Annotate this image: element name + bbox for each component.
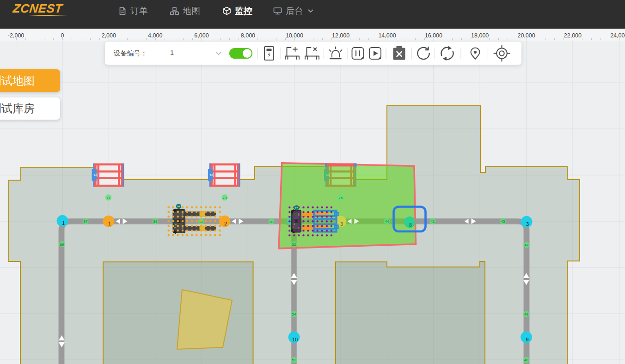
svg-text:47: 47 — [525, 243, 529, 247]
svg-text:2: 2 — [177, 205, 181, 207]
svg-text:75: 75 — [339, 196, 343, 200]
svg-text:38: 38 — [270, 220, 274, 224]
svg-text:10: 10 — [292, 337, 298, 342]
svg-text:44: 44 — [385, 219, 389, 224]
svg-text:51: 51 — [292, 358, 296, 362]
svg-text:48: 48 — [524, 358, 528, 362]
svg-text:73: 73 — [223, 196, 227, 200]
svg-text:52: 52 — [292, 243, 296, 247]
svg-text:41: 41 — [431, 219, 435, 224]
svg-text:49: 49 — [524, 312, 528, 316]
svg-text:1: 1 — [62, 220, 65, 226]
svg-text:43: 43 — [501, 219, 505, 224]
svg-text:1: 1 — [294, 207, 299, 209]
svg-text:8: 8 — [409, 222, 412, 228]
svg-text:3: 3 — [526, 221, 529, 227]
svg-text:3: 3 — [340, 221, 343, 227]
svg-text:2: 2 — [209, 174, 214, 176]
svg-text:1: 1 — [108, 221, 111, 226]
svg-text:39: 39 — [153, 219, 158, 224]
svg-text:9: 9 — [526, 337, 528, 342]
svg-text:54: 54 — [292, 312, 296, 316]
svg-text:1: 1 — [93, 174, 98, 176]
svg-text:2: 2 — [224, 221, 227, 226]
svg-text:37: 37 — [84, 219, 88, 224]
svg-text:71: 71 — [106, 196, 110, 200]
svg-text:89: 89 — [60, 243, 64, 247]
